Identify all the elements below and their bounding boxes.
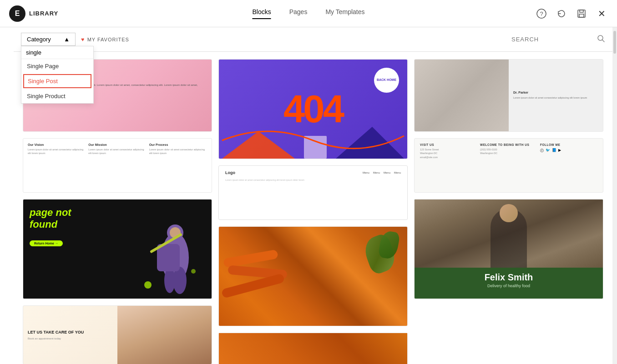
404-text: 404 — [283, 87, 343, 131]
templates-grid: g Lorem ipsum dolor sit amet, consectetu… — [23, 59, 603, 364]
template-card-footer[interactable]: VISIT US 123 Some StreetWashington DCema… — [414, 138, 603, 193]
template-card-food-avatar[interactable] — [218, 333, 408, 364]
category-button[interactable]: Category ▲ — [21, 33, 76, 46]
nav-top: Logo Menu Menu Menu Menu — [225, 170, 401, 175]
tab-my-templates[interactable]: My Templates — [325, 8, 364, 19]
category-dropdown[interactable]: Category ▲ Single Page Single Post Singl… — [21, 33, 76, 46]
search-input[interactable] — [511, 36, 593, 43]
felix-photo — [415, 199, 603, 268]
favorites-button[interactable]: ♥ MY FAVORITES — [81, 36, 129, 43]
medical-image — [415, 60, 509, 131]
medical-text: Dr. Parker Lorem ipsum dolor sit amet co… — [509, 60, 603, 131]
search-icon[interactable] — [597, 35, 605, 45]
col-mission: Our Mission Lorem ipsum dolor sit amet c… — [88, 143, 146, 188]
template-card-three-col[interactable]: Our Vision Lorem ipsum dolor sit amet co… — [23, 138, 212, 193]
template-card-felix[interactable]: Felix Smith Delivery of healthy food — [414, 199, 603, 299]
col-process: Our Process Lorem ipsum dolor sit amet c… — [149, 143, 207, 188]
svg-rect-4 — [579, 14, 584, 17]
notfound-title: page notfound — [30, 207, 71, 231]
dropdown-menu: Single Page Single Post Single Product — [21, 46, 94, 104]
svg-rect-18 — [304, 136, 327, 159]
dropdown-item-single-page[interactable]: Single Page — [21, 59, 93, 73]
nav-tabs: Blocks Pages My Templates — [252, 8, 364, 19]
svg-point-10 — [164, 268, 175, 293]
svg-marker-17 — [336, 127, 404, 159]
tab-pages[interactable]: Pages — [289, 8, 308, 19]
food-avatar-bg — [219, 333, 407, 364]
header: E LIBRARY Blocks Pages My Templates ? — [0, 0, 617, 27]
app-container: E LIBRARY Blocks Pages My Templates ? — [0, 0, 617, 364]
scrollbar[interactable] — [612, 27, 617, 364]
logo-area: E LIBRARY — [9, 5, 64, 22]
nav-links: Menu Menu Menu Menu — [363, 171, 401, 174]
dropdown-search-input[interactable] — [21, 46, 93, 59]
column-2: 404 BACK HOME — [218, 59, 408, 364]
header-icons: ? ✕ — [535, 7, 608, 20]
template-card-care[interactable]: LET US TAKE CARE OF YOU Book an appointm… — [23, 305, 212, 364]
svg-rect-3 — [580, 10, 583, 12]
column-1: g Lorem ipsum dolor sit amet, consectetu… — [23, 59, 212, 364]
svg-rect-11 — [157, 244, 180, 271]
template-card-notfound-dark[interactable]: page notfound Return Home → — [23, 199, 212, 299]
food-image — [219, 227, 407, 326]
notfound-illustration — [121, 217, 212, 299]
template-card-food-orange[interactable] — [218, 226, 408, 326]
svg-marker-16 — [222, 131, 295, 159]
footer-col-1: VISIT US 123 Some StreetWashington DCema… — [420, 143, 477, 188]
dropdown-item-single-product[interactable]: Single Product — [21, 89, 93, 103]
nav-subtext: Lorem ipsum dolor sit amet consectetur a… — [225, 179, 401, 182]
refresh-icon[interactable] — [555, 7, 568, 20]
close-icon[interactable]: ✕ — [595, 7, 608, 20]
chevron-up-icon: ▲ — [64, 36, 70, 43]
svg-point-14 — [144, 281, 152, 289]
back-home-badge: BACK HOME — [374, 68, 399, 93]
svg-text:?: ? — [540, 10, 543, 17]
return-home-btn: Return Home → — [30, 240, 63, 246]
heart-icon: ♥ — [81, 36, 85, 43]
template-card-404[interactable]: 404 BACK HOME — [218, 59, 408, 159]
footer-col-3: FOLLOW ME ⓕ 🐦 📘 ▶ — [540, 143, 597, 188]
help-icon[interactable]: ? — [535, 7, 548, 20]
search-area — [511, 35, 605, 45]
tab-blocks[interactable]: Blocks — [252, 8, 271, 19]
column-3: Dr. Parker Lorem ipsum dolor sit amet co… — [414, 59, 603, 364]
felix-info: Felix Smith Delivery of healthy food — [415, 268, 603, 293]
logo-text: LIBRARY — [29, 10, 58, 17]
template-card-medical[interactable]: Dr. Parker Lorem ipsum dolor sit amet co… — [414, 59, 603, 132]
svg-point-15 — [191, 269, 196, 274]
template-card-header-nav[interactable]: Logo Menu Menu Menu Menu Lorem ipsum dol… — [218, 165, 408, 220]
scrollbar-thumb[interactable] — [613, 31, 616, 54]
dropdown-item-single-post[interactable]: Single Post — [23, 74, 91, 88]
svg-line-6 — [602, 40, 605, 42]
filter-bar: Category ▲ Single Page Single Post Singl… — [14, 27, 612, 52]
logo-icon: E — [9, 5, 25, 22]
save-icon[interactable] — [575, 7, 588, 20]
footer-col-2: WELCOME TO BEING WITH US (202) 555-0100W… — [480, 143, 537, 188]
care-image — [117, 306, 212, 364]
col-vision: Our Vision Lorem ipsum dolor sit amet co… — [28, 143, 86, 188]
care-text: LET US TAKE CARE OF YOU Book an appointm… — [23, 306, 117, 364]
templates-grid-area: g Lorem ipsum dolor sit amet, consectetu… — [14, 52, 612, 364]
